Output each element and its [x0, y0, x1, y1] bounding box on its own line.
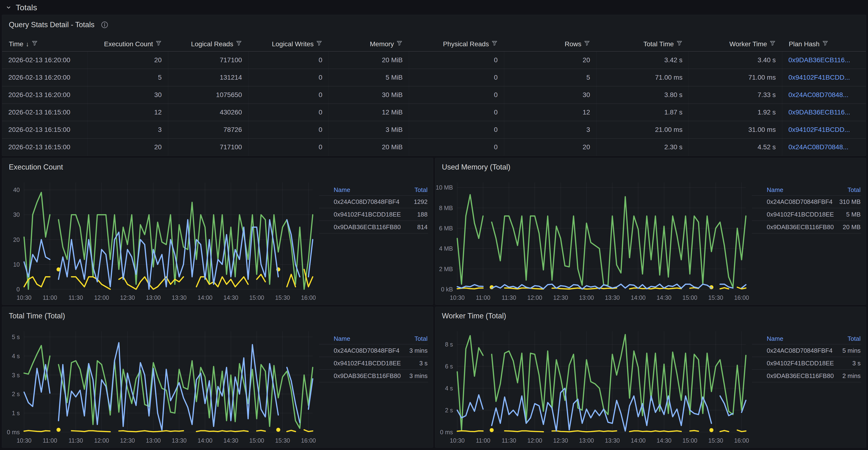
legend: NameTotal0x24AC08D70848FBF43 mins0x94102…	[319, 322, 433, 447]
legend-series-total: 3 mins	[409, 347, 428, 355]
section-title[interactable]: Totals	[16, 3, 37, 12]
svg-text:14:00: 14:00	[631, 294, 646, 301]
charts-grid: Execution Count 01020304010:3011:0011:30…	[2, 158, 866, 448]
legend-series-name[interactable]: 0x94102F41BCDD18EE	[767, 211, 846, 218]
table-cell: 20	[88, 139, 168, 156]
legend-header: NameTotal	[752, 184, 861, 196]
svg-text:13:30: 13:30	[605, 437, 620, 444]
query-stats-table: Time↓Execution CountLogical ReadsLogical…	[2, 37, 866, 156]
panel-title[interactable]: Used Memory (Total)	[435, 158, 866, 173]
legend-series-name[interactable]: 0x24AC08D70848FBF4	[767, 198, 839, 205]
table-cell: 3.80 s	[596, 86, 689, 104]
column-header-execution-count[interactable]: Execution Count	[88, 37, 168, 52]
table-cell: 717100	[168, 139, 248, 156]
filter-icon[interactable]	[584, 40, 590, 48]
row-header-totals[interactable]: Totals	[2, 0, 866, 15]
table-cell: 0	[248, 69, 329, 86]
svg-text:20: 20	[13, 236, 20, 243]
panel-execution-count: Execution Count 01020304010:3011:0011:30…	[2, 158, 433, 305]
svg-text:16:00: 16:00	[301, 437, 316, 444]
legend-total-header[interactable]: Total	[847, 335, 861, 342]
svg-text:16:00: 16:00	[301, 294, 316, 301]
table-cell: 0	[409, 86, 504, 104]
column-header-time[interactable]: Time↓	[2, 37, 88, 52]
plan-hash-link[interactable]: 0x94102F41BCDD...	[788, 126, 850, 133]
svg-text:4 s: 4 s	[445, 385, 453, 392]
filter-icon[interactable]	[316, 40, 322, 48]
filter-icon[interactable]	[769, 40, 776, 48]
cell-plan-hash: 0x94102F41BCDD...	[782, 121, 866, 139]
filter-icon[interactable]	[236, 40, 242, 48]
legend-series-total: 188	[417, 211, 428, 218]
legend-series-total: 20 MB	[843, 223, 861, 231]
plan-hash-link[interactable]: 0x24AC08D70848...	[788, 91, 848, 99]
legend-series-name[interactable]: 0x9DAB36ECB116FB80	[767, 223, 843, 231]
dashboard: Totals Query Stats Detail - Totals Time↓…	[0, 0, 868, 450]
column-header-logical-writes[interactable]: Logical Writes	[248, 37, 329, 52]
plan-hash-link[interactable]: 0x24AC08D70848...	[788, 143, 848, 151]
svg-text:15:30: 15:30	[275, 437, 290, 444]
column-label: Logical Writes	[272, 40, 314, 48]
table-cell: 5	[504, 69, 596, 86]
filter-icon[interactable]	[155, 40, 162, 48]
svg-text:10:30: 10:30	[17, 294, 32, 301]
legend-total-header[interactable]: Total	[414, 335, 428, 342]
legend-name-header[interactable]: Name	[767, 186, 847, 194]
table-cell: 2026-02-13 16:15:00	[2, 139, 88, 156]
column-header-plan-hash[interactable]: Plan Hash	[782, 37, 866, 52]
svg-text:1 s: 1 s	[12, 410, 20, 416]
table-cell: 30	[88, 86, 168, 104]
cell-plan-hash: 0x24AC08D70848...	[782, 139, 866, 156]
svg-text:30: 30	[13, 211, 20, 218]
filter-icon[interactable]	[396, 40, 403, 48]
plan-hash-link[interactable]: 0x9DAB36ECB116...	[788, 56, 850, 64]
legend-total-header[interactable]: Total	[414, 186, 428, 194]
legend-name-header[interactable]: Name	[334, 186, 414, 194]
info-icon[interactable]	[101, 21, 108, 29]
table-row: 2026-02-13 16:20:00513121405 MiB0571.00 …	[2, 69, 866, 86]
legend-series-name[interactable]: 0x94102F41BCDD18EE	[767, 360, 852, 367]
svg-text:12:00: 12:00	[94, 437, 109, 444]
filter-icon[interactable]	[31, 40, 38, 48]
column-header-worker-time[interactable]: Worker Time	[689, 37, 782, 52]
legend-series-name[interactable]: 0x24AC08D70848FBF4	[334, 198, 414, 205]
column-header-rows[interactable]: Rows	[504, 37, 596, 52]
panel-title[interactable]: Total Time (Total)	[2, 307, 433, 322]
svg-text:11:30: 11:30	[501, 294, 516, 301]
legend-name-header[interactable]: Name	[334, 335, 414, 342]
filter-icon[interactable]	[676, 40, 683, 48]
legend-name-header[interactable]: Name	[767, 335, 847, 342]
table-cell: 0	[248, 121, 329, 139]
legend-total-header[interactable]: Total	[847, 186, 861, 194]
panel-title[interactable]: Worker Time (Total)	[435, 307, 866, 322]
legend-series-total: 5 MB	[846, 211, 861, 218]
filter-icon[interactable]	[491, 40, 498, 48]
filter-icon[interactable]	[822, 40, 829, 48]
legend-series-name[interactable]: 0x24AC08D70848FBF4	[334, 347, 409, 355]
svg-text:8 MB: 8 MB	[439, 205, 453, 211]
column-label: Execution Count	[104, 40, 153, 48]
table-header-row: Time↓Execution CountLogical ReadsLogical…	[2, 37, 866, 52]
panel-title[interactable]: Execution Count	[2, 158, 433, 173]
plan-hash-link[interactable]: 0x94102F41BCDD...	[788, 74, 850, 81]
chevron-down-icon[interactable]	[5, 4, 12, 11]
column-label: Worker Time	[729, 40, 767, 48]
panel-used-memory: Used Memory (Total) 0 kB2 MB4 MB6 MB8 MB…	[435, 158, 866, 305]
legend-series-name[interactable]: 0x9DAB36ECB116FB80	[767, 372, 842, 379]
table-cell: 71.00 ms	[596, 69, 689, 86]
table-cell: 31.00 ms	[689, 121, 782, 139]
legend-series-name[interactable]: 0x94102F41BCDD18EE	[334, 211, 417, 218]
svg-text:10 MB: 10 MB	[436, 184, 453, 191]
column-header-memory[interactable]: Memory	[329, 37, 409, 52]
column-header-physical-reads[interactable]: Physical Reads	[409, 37, 504, 52]
table-cell: 1.92 s	[689, 104, 782, 121]
legend-series-name[interactable]: 0x94102F41BCDD18EE	[334, 360, 420, 367]
legend-series-name[interactable]: 0x9DAB36ECB116FB80	[334, 223, 417, 231]
legend: NameTotal0x24AC08D70848FBF412920x94102F4…	[319, 173, 433, 305]
legend-series-name[interactable]: 0x24AC08D70848FBF4	[767, 347, 842, 355]
legend-series-name[interactable]: 0x9DAB36ECB116FB80	[334, 372, 409, 379]
panel-title[interactable]: Query Stats Detail - Totals	[9, 21, 95, 29]
column-header-logical-reads[interactable]: Logical Reads	[168, 37, 248, 52]
plan-hash-link[interactable]: 0x9DAB36ECB116...	[788, 109, 850, 116]
column-header-total-time[interactable]: Total Time	[596, 37, 689, 52]
